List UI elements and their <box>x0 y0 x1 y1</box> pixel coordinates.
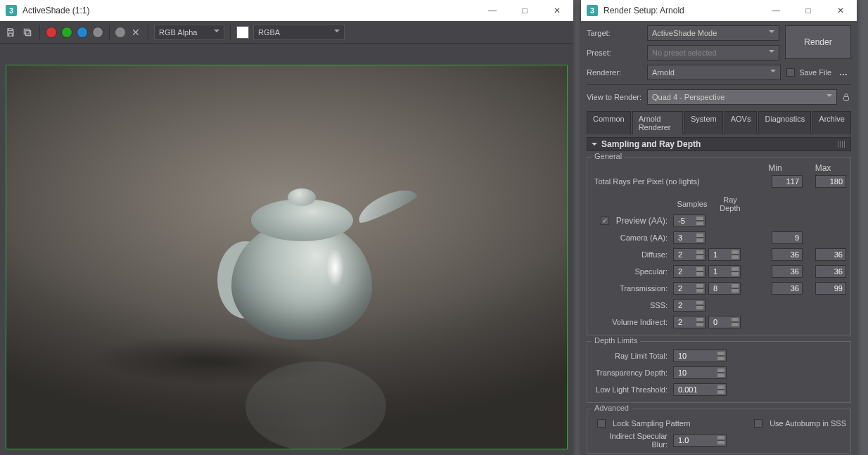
channel-alpha-button[interactable] <box>92 27 103 38</box>
svg-rect-0 <box>24 29 29 34</box>
channel-red-button[interactable] <box>46 27 57 38</box>
transmission-label: Transmission: <box>592 284 670 293</box>
total-rays-label: Total Rays Per Pixel (no lights) <box>592 177 759 186</box>
specular-max: 36 <box>815 265 846 278</box>
window-title: ActiveShade (1:1) <box>23 6 476 15</box>
total-min: 117 <box>772 175 803 188</box>
volume-indirect-label: Volume Indirect: <box>592 318 670 326</box>
maximize-button[interactable]: □ <box>509 0 541 21</box>
raydepth-header: Ray Depth <box>714 196 746 212</box>
app-icon: 3 <box>6 5 17 16</box>
window-title: Render Setup: Arnold <box>604 6 760 15</box>
low-light-threshold-spinner[interactable]: 0.001 <box>673 383 727 396</box>
advanced-group: Advanced Lock Sampling Pattern Use Autob… <box>587 409 851 454</box>
autobump-label: Use Autobump in SSS <box>770 419 846 428</box>
channel-dropdown[interactable]: RGB Alpha <box>154 25 224 40</box>
mono-button[interactable] <box>115 27 125 37</box>
render-button[interactable]: Render <box>785 25 851 59</box>
diffuse-min: 36 <box>772 248 803 261</box>
more-button[interactable]: … <box>836 65 851 80</box>
camera-label: Camera (AA): <box>592 233 670 242</box>
min-header: Min <box>755 163 796 173</box>
transmission-min: 36 <box>772 282 803 295</box>
diffuse-label: Diffuse: <box>592 250 670 259</box>
specular-min: 36 <box>772 265 803 278</box>
drag-grip-icon[interactable] <box>838 141 846 148</box>
save-file-checkbox[interactable] <box>786 68 795 77</box>
sss-label: SSS: <box>592 301 670 309</box>
transparency-depth-label: Transparency Depth: <box>592 369 670 377</box>
rollup-sampling[interactable]: Sampling and Ray Depth <box>587 137 851 151</box>
save-file-label: Save File <box>799 68 831 77</box>
ray-limit-total-label: Ray Limit Total: <box>592 352 670 360</box>
rendersetup-titlebar[interactable]: 3 Render Setup: Arnold — □ ✕ <box>581 0 857 21</box>
preview-checkbox[interactable] <box>601 217 609 225</box>
copy-icon[interactable] <box>21 26 34 39</box>
transmission-max: 99 <box>815 282 846 295</box>
teapot-reflection <box>217 361 372 449</box>
diffuse-max: 36 <box>815 248 846 261</box>
specular-depth-spinner[interactable]: 1 <box>708 265 741 278</box>
general-label: General <box>592 152 625 160</box>
minimize-button[interactable]: — <box>760 0 792 21</box>
view-dropdown[interactable]: Quad 4 - Perspective <box>647 89 837 105</box>
depth-limits-group: Depth Limits Ray Limit Total: 10 Transpa… <box>587 341 851 403</box>
sss-samples-spinner[interactable]: 2 <box>673 299 706 312</box>
view-label: View to Render: <box>587 93 647 101</box>
transparency-depth-spinner[interactable]: 10 <box>673 366 727 379</box>
general-group: General MinMax Total Rays Per Pixel (no … <box>587 157 851 335</box>
lock-sampling-label: Lock Sampling Pattern <box>613 419 691 428</box>
minimize-button[interactable]: — <box>476 0 509 21</box>
depth-limits-label: Depth Limits <box>592 336 640 345</box>
activeshade-toolbar: ✕ RGB Alpha RGBA <box>0 21 573 44</box>
total-max: 180 <box>815 175 846 188</box>
activeshade-window: 3 ActiveShade (1:1) — □ ✕ ✕ RGB Alpha RG… <box>0 0 573 455</box>
indirect-specular-blur-spinner[interactable]: 1.0 <box>673 434 727 447</box>
diffuse-samples-spinner[interactable]: 2 <box>673 248 706 261</box>
transmission-depth-spinner[interactable]: 8 <box>708 282 741 295</box>
lock-sampling-checkbox[interactable] <box>597 419 606 428</box>
app-icon: 3 <box>587 5 598 16</box>
volume-indirect-depth-spinner[interactable]: 0 <box>708 316 741 328</box>
tab-aovs[interactable]: AOVs <box>725 111 758 134</box>
samples-header: Samples <box>676 200 708 208</box>
transmission-samples-spinner[interactable]: 2 <box>673 282 706 295</box>
channel-blue-button[interactable] <box>77 27 88 38</box>
lock-icon[interactable] <box>841 92 851 102</box>
autobump-checkbox[interactable] <box>754 419 762 428</box>
close-button[interactable]: ✕ <box>824 0 857 21</box>
tab-common[interactable]: Common <box>587 111 631 134</box>
preview-spinner[interactable]: -5 <box>673 214 706 227</box>
preview-label: Preview (AA): <box>616 216 668 226</box>
svg-rect-1 <box>26 30 31 35</box>
tab-diagnostics[interactable]: Diagnostics <box>758 111 811 134</box>
specular-label: Specular: <box>592 267 670 276</box>
render-viewport[interactable] <box>6 65 568 449</box>
diffuse-depth-spinner[interactable]: 1 <box>708 248 741 261</box>
ray-limit-total-spinner[interactable]: 10 <box>673 350 727 362</box>
camera-samples-spinner[interactable]: 3 <box>673 231 706 244</box>
advanced-label: Advanced <box>592 404 632 412</box>
volume-indirect-samples-spinner[interactable]: 2 <box>673 316 706 328</box>
maximize-button[interactable]: □ <box>792 0 824 21</box>
activeshade-titlebar[interactable]: 3 ActiveShade (1:1) — □ ✕ <box>0 0 573 21</box>
max-header: Max <box>803 163 843 173</box>
tab-arnold-renderer[interactable]: Arnold Renderer <box>632 111 683 134</box>
camera-max: 9 <box>772 231 803 244</box>
clear-icon[interactable]: ✕ <box>129 26 142 39</box>
close-button[interactable]: ✕ <box>541 0 573 21</box>
target-dropdown[interactable]: ActiveShade Mode <box>647 25 779 41</box>
indirect-specular-blur-label: Indirect Specular Blur: <box>592 432 670 449</box>
specular-samples-spinner[interactable]: 2 <box>673 265 706 278</box>
save-icon[interactable] <box>4 26 17 39</box>
preset-dropdown[interactable]: No preset selected <box>647 45 779 60</box>
tab-system[interactable]: System <box>684 111 723 134</box>
format-dropdown[interactable]: RGBA <box>253 25 345 40</box>
render-setup-window: 3 Render Setup: Arnold — □ ✕ Target: Act… <box>581 0 857 455</box>
target-label: Target: <box>587 29 647 37</box>
renderer-label: Renderer: <box>587 68 647 77</box>
channel-green-button[interactable] <box>61 27 72 38</box>
color-swatch[interactable] <box>236 26 249 39</box>
tab-archive[interactable]: Archive <box>812 111 851 134</box>
renderer-dropdown[interactable]: Arnold <box>647 65 781 80</box>
